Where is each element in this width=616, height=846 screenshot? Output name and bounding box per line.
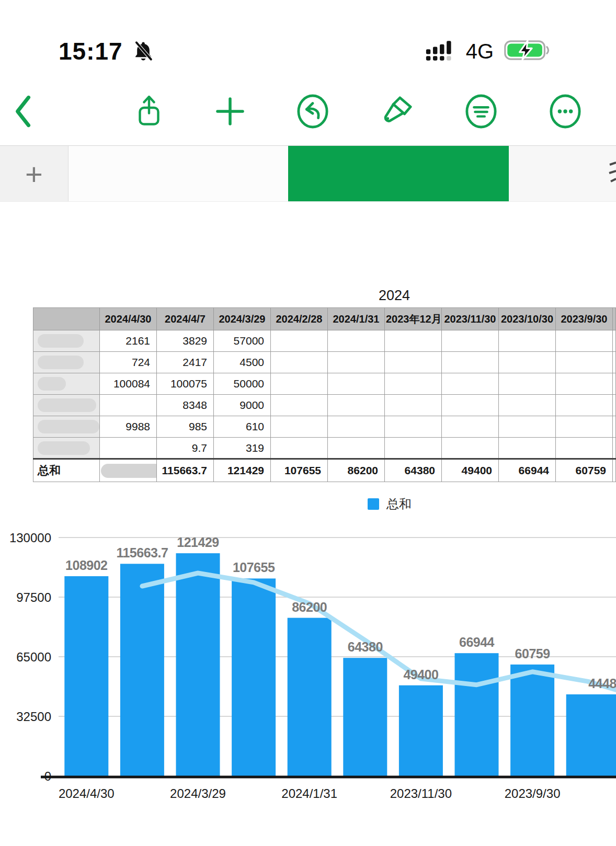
- more-button[interactable]: [549, 94, 581, 130]
- view-settings-button[interactable]: [465, 94, 497, 130]
- bar: [176, 553, 220, 776]
- table-cell[interactable]: [385, 352, 442, 373]
- total-cell[interactable]: 49400: [442, 459, 499, 482]
- format-brush-button[interactable]: [381, 95, 413, 130]
- y-axis-tick: 97500: [16, 590, 51, 604]
- table-cell[interactable]: 2161: [100, 330, 157, 352]
- row-label-redacted[interactable]: [33, 416, 100, 438]
- table-cell[interactable]: 610: [214, 416, 271, 438]
- table-cell[interactable]: [556, 373, 613, 395]
- table-cell[interactable]: [385, 373, 442, 395]
- table-cell[interactable]: 724: [100, 352, 157, 373]
- table-cell[interactable]: 100075: [157, 373, 214, 395]
- table-cell[interactable]: [271, 438, 328, 459]
- column-header[interactable]: 2023/11/30: [442, 308, 499, 330]
- table-cell[interactable]: [556, 330, 613, 352]
- total-cell[interactable]: 64380: [385, 459, 442, 482]
- data-table[interactable]: 2024/4/302024/4/72024/3/292024/2/282024/…: [33, 307, 616, 482]
- column-header[interactable]: 2023/10/30: [499, 308, 556, 330]
- table-cell[interactable]: [328, 416, 385, 438]
- column-header[interactable]: 2024/2/28: [271, 308, 328, 330]
- table-cell[interactable]: 985: [157, 416, 214, 438]
- table-cell[interactable]: 9000: [214, 395, 271, 416]
- row-label-redacted[interactable]: [33, 373, 100, 395]
- table-cell[interactable]: 9.7: [157, 438, 214, 459]
- column-header[interactable]: 2024/1/31: [328, 308, 385, 330]
- table-cell[interactable]: 3829: [157, 330, 214, 352]
- table-cell[interactable]: [442, 330, 499, 352]
- table-cell[interactable]: [499, 395, 556, 416]
- sheet-tab-1[interactable]: [69, 146, 288, 201]
- sheet-tab-3[interactable]: [509, 146, 616, 201]
- toolbar: [0, 78, 616, 145]
- table-cell[interactable]: [271, 330, 328, 352]
- table-cell[interactable]: [556, 416, 613, 438]
- table-cell[interactable]: [499, 416, 556, 438]
- total-cell[interactable]: 66944: [499, 459, 556, 482]
- table-cell[interactable]: [499, 330, 556, 352]
- row-label-redacted[interactable]: [33, 438, 100, 459]
- table-cell[interactable]: [556, 438, 613, 459]
- table-cell[interactable]: [385, 438, 442, 459]
- table-cell[interactable]: [271, 416, 328, 438]
- row-label-redacted[interactable]: [33, 330, 100, 352]
- corner-cell[interactable]: [33, 308, 100, 330]
- table-cell[interactable]: [556, 395, 613, 416]
- total-cell[interactable]: 121429: [214, 459, 271, 482]
- table-cell[interactable]: [442, 416, 499, 438]
- table-cell[interactable]: [271, 352, 328, 373]
- table-cell[interactable]: [385, 395, 442, 416]
- undo-button[interactable]: [296, 94, 329, 130]
- add-button[interactable]: [215, 97, 245, 128]
- table-cell[interactable]: [328, 352, 385, 373]
- column-header[interactable]: 2023/9/30: [556, 308, 613, 330]
- clipped-column: [613, 308, 616, 330]
- total-cell-redacted[interactable]: [100, 459, 157, 482]
- table-cell[interactable]: [328, 438, 385, 459]
- table-cell[interactable]: [271, 373, 328, 395]
- table-cell[interactable]: [442, 438, 499, 459]
- table-cell[interactable]: [442, 352, 499, 373]
- table-cell[interactable]: 100084: [100, 373, 157, 395]
- table-cell[interactable]: [442, 373, 499, 395]
- table-cell[interactable]: [100, 395, 157, 416]
- format-brush-icon: [381, 95, 413, 130]
- table-cell[interactable]: [385, 330, 442, 352]
- table-cell[interactable]: 319: [214, 438, 271, 459]
- table-cell[interactable]: [556, 352, 613, 373]
- table-cell[interactable]: [499, 373, 556, 395]
- column-header[interactable]: 2024/4/7: [157, 308, 214, 330]
- total-cell[interactable]: 107655: [271, 459, 328, 482]
- status-bar: 15:17 4G: [0, 0, 616, 78]
- network-type: 4G: [466, 40, 494, 63]
- table-cell[interactable]: [328, 395, 385, 416]
- column-header[interactable]: 2024/4/30: [100, 308, 157, 330]
- table-cell[interactable]: [100, 438, 157, 459]
- total-cell[interactable]: 115663.7: [157, 459, 214, 482]
- column-header[interactable]: 2024/3/29: [214, 308, 271, 330]
- clipped-cell: [613, 373, 616, 395]
- table-cell[interactable]: 57000: [214, 330, 271, 352]
- sheet-tab-2-active[interactable]: [288, 146, 509, 201]
- back-button[interactable]: [14, 93, 33, 131]
- table-cell[interactable]: 8348: [157, 395, 214, 416]
- total-cell[interactable]: 60759: [556, 459, 613, 482]
- total-cell[interactable]: 86200: [328, 459, 385, 482]
- share-button[interactable]: [134, 93, 164, 131]
- table-cell[interactable]: 50000: [214, 373, 271, 395]
- table-cell[interactable]: [328, 373, 385, 395]
- row-label-redacted[interactable]: [33, 395, 100, 416]
- row-label-redacted[interactable]: [33, 352, 100, 373]
- table-cell[interactable]: [328, 330, 385, 352]
- table-cell[interactable]: 2417: [157, 352, 214, 373]
- table-cell[interactable]: 4500: [214, 352, 271, 373]
- table-cell[interactable]: 9988: [100, 416, 157, 438]
- table-cell[interactable]: [442, 395, 499, 416]
- table-cell[interactable]: [385, 416, 442, 438]
- column-header[interactable]: 2023年12月: [385, 308, 442, 330]
- table-cell[interactable]: [271, 395, 328, 416]
- bar-chart[interactable]: 0325006500097500130000108902115663.71214…: [0, 517, 616, 809]
- table-cell[interactable]: [499, 438, 556, 459]
- add-sheet-tab[interactable]: +: [0, 146, 69, 201]
- table-cell[interactable]: [499, 352, 556, 373]
